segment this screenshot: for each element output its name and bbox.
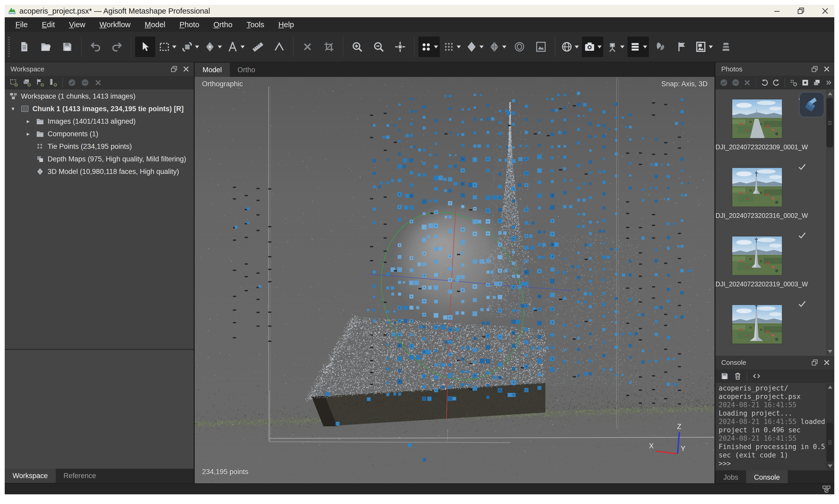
toolbar-button[interactable] — [487, 37, 508, 57]
3d-view[interactable]: Orthographic Snap: Axis, 3D 234,195 poin… — [195, 77, 714, 483]
toolbar-button[interactable] — [693, 37, 714, 57]
toolbar-button[interactable] — [179, 37, 201, 57]
toolbar-grip[interactable] — [8, 37, 10, 57]
toolbar-button[interactable] — [672, 37, 692, 57]
toolbar-button[interactable] — [269, 37, 289, 57]
panel-toolbar-button[interactable] — [751, 370, 763, 382]
dropdown-caret-icon[interactable] — [195, 46, 199, 48]
panel-tab[interactable]: Console — [746, 470, 788, 484]
dropdown-caret-icon[interactable] — [620, 46, 625, 48]
toolbar-button[interactable] — [628, 37, 649, 57]
photo-thumbnail-spire-medium[interactable] — [732, 236, 782, 275]
toolbar-button[interactable] — [369, 37, 389, 57]
photo-item[interactable] — [716, 295, 834, 356]
close-panel-button[interactable] — [182, 65, 190, 73]
viewport-tab[interactable]: Ortho — [230, 63, 263, 77]
panel-tab[interactable]: Reference — [56, 469, 104, 483]
window-minimize-icon[interactable] — [772, 6, 782, 15]
tree-item[interactable]: Chunk 1 (1413 images, 234,195 tie points… — [5, 103, 194, 115]
dropdown-caret-icon[interactable] — [597, 46, 602, 48]
menu-item[interactable]: Edit — [35, 17, 62, 32]
panel-toolbar-button[interactable] — [8, 77, 20, 88]
dropdown-caret-icon[interactable] — [241, 46, 245, 48]
dropdown-caret-icon[interactable] — [502, 46, 506, 48]
toolbar-button[interactable] — [509, 37, 529, 57]
panel-toolbar-button[interactable] — [47, 77, 59, 88]
panel-toolbar-button[interactable] — [788, 77, 799, 88]
tree-expander[interactable] — [27, 128, 36, 140]
panel-toolbar-button[interactable] — [732, 370, 744, 382]
scrollbar-thumb[interactable] — [826, 98, 833, 147]
scroll-down-icon[interactable] — [828, 465, 833, 468]
toolbar-button[interactable] — [86, 37, 105, 57]
toolbar-button[interactable] — [202, 37, 224, 57]
window-restore-icon[interactable] — [797, 6, 805, 15]
panel-toolbar-button[interactable] — [771, 77, 782, 88]
toolbar-button[interactable] — [319, 37, 339, 57]
panel-toolbar-button[interactable] — [800, 77, 811, 88]
toolbar-button[interactable] — [347, 37, 367, 57]
toolbar-button[interactable] — [36, 37, 56, 57]
scrollbar-thumb[interactable] — [826, 422, 833, 462]
panel-toolbar-button[interactable] — [823, 77, 834, 88]
scroll-up-icon[interactable] — [828, 385, 833, 389]
close-panel-button[interactable] — [823, 359, 831, 366]
toolbar-button[interactable] — [582, 37, 603, 57]
toolbar-button[interactable] — [248, 37, 268, 57]
panel-toolbar-button[interactable] — [730, 77, 741, 88]
float-panel-button[interactable] — [811, 359, 819, 366]
point-cloud-canvas[interactable] — [195, 77, 714, 483]
menu-item[interactable]: Photo — [173, 17, 207, 32]
toolbar-button[interactable] — [418, 37, 440, 57]
dropdown-caret-icon[interactable] — [434, 46, 438, 48]
panel-toolbar-button[interactable] — [21, 77, 33, 88]
toolbar-button[interactable] — [157, 37, 178, 57]
dropdown-caret-icon[interactable] — [479, 46, 484, 48]
photos-scrollbar[interactable] — [826, 90, 834, 355]
panel-toolbar-button[interactable] — [759, 77, 770, 88]
toolbar-button[interactable] — [390, 37, 410, 57]
tree-item[interactable]: 3D Model (10,980,118 faces, High quality… — [5, 165, 194, 178]
toolbar-button[interactable] — [716, 37, 736, 57]
panel-toolbar-button[interactable] — [79, 77, 91, 88]
dropdown-caret-icon[interactable] — [575, 46, 579, 48]
dropdown-caret-icon[interactable] — [457, 46, 461, 48]
toolbar-button[interactable] — [107, 37, 127, 57]
screen-recorder-overlay-icon[interactable] — [800, 93, 824, 116]
panel-toolbar-button[interactable] — [742, 77, 753, 88]
dropdown-caret-icon[interactable] — [643, 46, 647, 48]
menu-item[interactable]: Tools — [240, 17, 272, 32]
panel-toolbar-button[interactable] — [719, 370, 731, 382]
dropdown-caret-icon[interactable] — [709, 46, 713, 48]
panel-toolbar-button[interactable] — [34, 77, 46, 88]
scroll-up-icon[interactable] — [828, 92, 833, 95]
photo-item[interactable]: DJI_20240723202319_0003_W — [716, 227, 834, 295]
viewport-tab[interactable]: Model — [195, 63, 230, 77]
toolbar-button[interactable] — [464, 37, 485, 57]
menu-item[interactable]: File — [8, 17, 35, 32]
menu-item[interactable]: Model — [138, 17, 173, 32]
tree-item[interactable]: Depth Maps (975, High quality, Mild filt… — [5, 153, 194, 165]
tree-expander[interactable] — [27, 115, 36, 128]
photo-thumbnail-aerial-landscape[interactable] — [732, 100, 782, 138]
tree-item[interactable]: Components (1) — [5, 128, 194, 140]
dropdown-caret-icon[interactable] — [218, 46, 222, 48]
tree-item[interactable]: Images (1401/1413 aligned) — [5, 115, 194, 128]
tree-item[interactable]: Workspace (1 chunks, 1413 images) — [5, 90, 194, 103]
toolbar-button[interactable] — [298, 37, 317, 57]
toolbar-button[interactable] — [441, 37, 462, 57]
panel-toolbar-button[interactable] — [811, 77, 822, 88]
photo-item[interactable]: DJI_20240723202316_0002_W — [716, 158, 834, 227]
tree-item[interactable]: Tie Points (234,195 points) — [5, 140, 194, 153]
toolbar-button[interactable] — [605, 37, 626, 57]
window-close-icon[interactable] — [821, 6, 829, 15]
toolbar-button[interactable] — [14, 37, 34, 57]
scroll-down-icon[interactable] — [828, 350, 833, 353]
network-status-icon[interactable] — [822, 484, 831, 494]
toolbar-button[interactable] — [650, 37, 670, 57]
console-scrollbar[interactable] — [826, 383, 834, 470]
close-panel-button[interactable] — [823, 65, 831, 73]
dropdown-caret-icon[interactable] — [172, 46, 176, 48]
panel-toolbar-button[interactable] — [92, 77, 104, 88]
photo-thumbnail-spire-large[interactable] — [732, 305, 782, 344]
